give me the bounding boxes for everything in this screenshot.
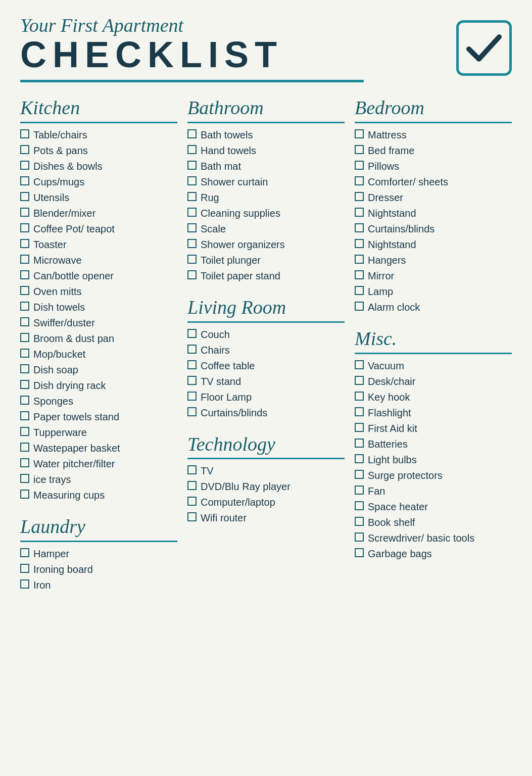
list-item[interactable]: Curtains/blinds — [355, 222, 512, 236]
list-item[interactable]: Computer/laptop — [187, 496, 345, 509]
list-item[interactable]: Table/chairs — [20, 128, 177, 142]
list-item[interactable]: Bath towels — [187, 128, 345, 142]
checkbox[interactable] — [355, 486, 364, 495]
checkbox[interactable] — [20, 176, 29, 185]
checkbox[interactable] — [187, 512, 197, 521]
list-item[interactable]: Space heater — [355, 500, 512, 514]
checkbox[interactable] — [355, 360, 364, 369]
checkbox[interactable] — [355, 161, 364, 170]
checkbox[interactable] — [20, 349, 29, 358]
list-item[interactable]: Coffee Pot/ teapot — [20, 222, 177, 236]
list-item[interactable]: Chairs — [187, 344, 345, 357]
list-item[interactable]: Dishes & bowls — [20, 160, 177, 173]
list-item[interactable]: Iron — [20, 578, 177, 592]
list-item[interactable]: Book shelf — [355, 516, 512, 529]
checkbox[interactable] — [20, 129, 29, 138]
list-item[interactable]: Hand towels — [187, 144, 345, 158]
checkbox[interactable] — [355, 239, 364, 248]
checkbox[interactable] — [355, 286, 364, 295]
checkbox[interactable] — [20, 427, 29, 436]
checkbox[interactable] — [20, 192, 29, 201]
checkbox[interactable] — [20, 579, 29, 589]
checkbox[interactable] — [187, 208, 197, 217]
checkbox[interactable] — [20, 411, 29, 420]
checkbox[interactable] — [187, 255, 197, 264]
checkbox[interactable] — [355, 501, 364, 510]
checkbox[interactable] — [187, 145, 197, 154]
checkbox[interactable] — [187, 223, 197, 232]
checkbox[interactable] — [20, 208, 29, 217]
checkbox[interactable] — [187, 392, 197, 401]
checkbox[interactable] — [20, 564, 29, 573]
list-item[interactable]: Pillows — [355, 160, 512, 173]
list-item[interactable]: Blender/mixer — [20, 207, 177, 220]
checkbox[interactable] — [355, 423, 364, 432]
list-item[interactable]: Mirror — [355, 269, 512, 283]
list-item[interactable]: DVD/Blu Ray player — [187, 480, 345, 494]
list-item[interactable]: Hamper — [20, 547, 177, 561]
list-item[interactable]: First Aid kit — [355, 422, 512, 435]
checkbox[interactable] — [355, 223, 364, 232]
checkbox[interactable] — [187, 497, 197, 506]
checkbox[interactable] — [20, 490, 29, 499]
checkbox[interactable] — [355, 302, 364, 311]
checkbox[interactable] — [20, 443, 29, 452]
list-item[interactable]: Fan — [355, 484, 512, 498]
checkbox[interactable] — [187, 407, 197, 416]
list-item[interactable]: Sponges — [20, 395, 177, 408]
list-item[interactable]: TV stand — [187, 375, 345, 389]
checkbox[interactable] — [187, 239, 197, 248]
list-item[interactable]: Key hook — [355, 391, 512, 404]
list-item[interactable]: Batteries — [355, 438, 512, 451]
list-item[interactable]: Shower curtain — [187, 175, 345, 189]
list-item[interactable]: Pots & pans — [20, 144, 177, 158]
checkbox[interactable] — [187, 481, 197, 490]
list-item[interactable]: Desk/chair — [355, 375, 512, 389]
list-item[interactable]: Ironing board — [20, 563, 177, 576]
checkbox[interactable] — [20, 286, 29, 295]
checkbox[interactable] — [20, 161, 29, 170]
list-item[interactable]: Microwave — [20, 254, 177, 267]
list-item[interactable]: Flashlight — [355, 406, 512, 420]
list-item[interactable]: Dish drying rack — [20, 379, 177, 393]
checkbox[interactable] — [187, 376, 197, 385]
list-item[interactable]: Toaster — [20, 238, 177, 252]
list-item[interactable]: Couch — [187, 328, 345, 342]
list-item[interactable]: Dish towels — [20, 301, 177, 314]
checkbox[interactable] — [20, 364, 29, 373]
checkbox[interactable] — [20, 223, 29, 232]
list-item[interactable]: Cleaning supplies — [187, 207, 345, 220]
list-item[interactable]: Dresser — [355, 191, 512, 205]
checkbox[interactable] — [20, 333, 29, 342]
list-item[interactable]: Toilet paper stand — [187, 269, 345, 283]
checkbox[interactable] — [187, 345, 197, 354]
checkbox[interactable] — [20, 380, 29, 389]
list-item[interactable]: Lamp — [355, 285, 512, 299]
list-item[interactable]: Rug — [187, 191, 345, 205]
list-item[interactable]: Mattress — [355, 128, 512, 142]
checkbox[interactable] — [20, 270, 29, 279]
list-item[interactable]: Comforter/ sheets — [355, 175, 512, 189]
list-item[interactable]: Swiffer/duster — [20, 316, 177, 330]
checkbox[interactable] — [355, 532, 364, 542]
list-item[interactable]: Mop/bucket — [20, 348, 177, 361]
list-item[interactable]: Nightstand — [355, 238, 512, 252]
list-item[interactable]: Alarm clock — [355, 301, 512, 314]
list-item[interactable]: Measuring cups — [20, 489, 177, 502]
list-item[interactable]: Toilet plunger — [187, 254, 345, 267]
list-item[interactable]: Hangers — [355, 254, 512, 267]
checkbox[interactable] — [20, 317, 29, 326]
list-item[interactable]: Vacuum — [355, 359, 512, 373]
list-item[interactable]: Wastepaper basket — [20, 442, 177, 455]
checkbox[interactable] — [20, 145, 29, 154]
list-item[interactable]: Bed frame — [355, 144, 512, 158]
list-item[interactable]: Surge protectors — [355, 469, 512, 482]
checkbox[interactable] — [187, 270, 197, 279]
checkbox[interactable] — [187, 129, 197, 138]
checkbox[interactable] — [187, 161, 197, 170]
checkbox[interactable] — [355, 470, 364, 479]
checkbox[interactable] — [187, 360, 197, 369]
checkbox[interactable] — [355, 208, 364, 217]
checkbox[interactable] — [187, 176, 197, 185]
list-item[interactable]: Garbage bags — [355, 547, 512, 561]
